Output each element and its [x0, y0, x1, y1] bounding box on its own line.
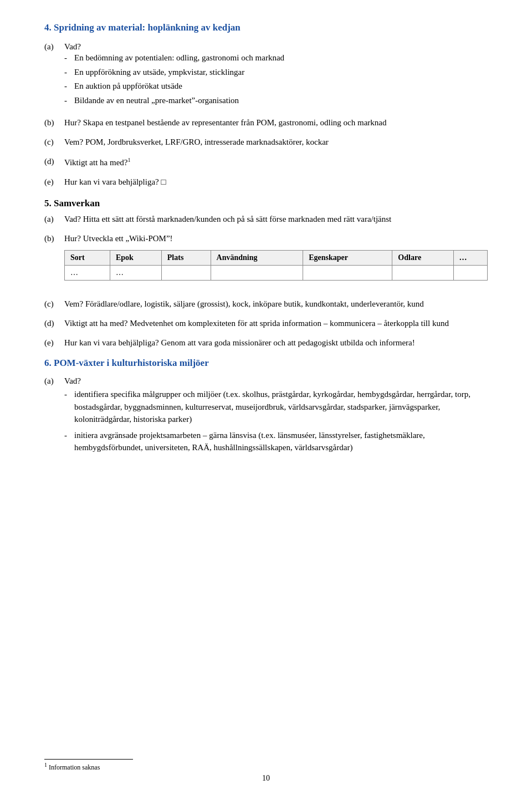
table-header-anvandning: Användning [211, 251, 303, 266]
table-row: … … [65, 266, 488, 281]
label-5e: (e) [44, 338, 64, 348]
footnote-content: Information saknas [49, 763, 100, 771]
section-5a: (a) Vad? Hitta ett sätt att förstå markn… [44, 215, 488, 224]
section-5b: (b) Hur? Utveckla ett „Wiki-POM”! Sort E… [44, 234, 488, 289]
content-5a: Vad? Hitta ett sätt att förstå marknaden… [64, 215, 488, 224]
heading-6: 6. POM-växter i kulturhistoriska miljöer [44, 358, 488, 369]
question-5b: Hur? [64, 234, 81, 243]
label-5d: (d) [44, 319, 64, 328]
section-4b: (b) Hur? Skapa en testpanel bestående av… [44, 118, 488, 128]
section-6a: (a) Vad? identifiera specifika målgruppe… [44, 376, 488, 456]
table-header-epok: Epok [110, 251, 161, 266]
section-4a: (a) Vad? En bedömning av potentialen: od… [44, 42, 488, 108]
heading-5: 5. Samverkan [44, 198, 488, 209]
content-4c: Vem? POM, Jordbruksverket, LRF/GRO, intr… [64, 137, 488, 147]
wiki-table: Sort Epok Plats Användning Egenskaper Od… [64, 250, 488, 281]
question-5a: Vad? [64, 215, 81, 223]
question-4c: Vem? [64, 137, 83, 146]
text-4c: POM, Jordbruksverket, LRF/GRO, intresser… [85, 137, 329, 146]
table-cell [303, 266, 392, 281]
section-5d: (d) Viktigt att ha med? Medvetenhet om k… [44, 319, 488, 328]
content-4b: Hur? Skapa en testpanel bestående av rep… [64, 118, 488, 128]
bullets-4a: En bedömning av potentialen: odling, gas… [64, 52, 488, 106]
label-4c: (c) [44, 137, 64, 147]
label-5a: (a) [44, 215, 64, 224]
section-5c: (c) Vem? Förädlare/odlare, logistik, säl… [44, 299, 488, 309]
table-cell: … [65, 266, 110, 281]
label-4d: (d) [44, 157, 64, 166]
question-5e: Hur kan vi vara behjälpliga? [64, 338, 159, 347]
content-4d: Viktigt att ha med?1 [64, 157, 488, 167]
content-5c: Vem? Förädlare/odlare, logistik, säljare… [64, 299, 488, 309]
question-4a: Vad? [64, 42, 81, 51]
page: 4. Spridning av material: hoplänkning av… [0, 0, 532, 805]
superscript-4d: 1 [128, 157, 131, 163]
text-5a: Hitta ett sätt att förstå marknaden/kund… [83, 215, 391, 223]
table-header-odlare: Odlare [392, 251, 453, 266]
list-item: Bildande av en neutral „pre-market”-orga… [64, 94, 488, 107]
table-cell [453, 266, 488, 281]
list-item: En uppförökning av utsäde, ympkvistar, s… [64, 66, 488, 79]
list-item: identifiera specifika målgrupper och mil… [64, 388, 488, 426]
table-header-egenskaper: Egenskaper [303, 251, 392, 266]
section-5e: (e) Hur kan vi vara behjälpliga? Genom a… [44, 338, 488, 348]
footnote-area: 1 Information saknas [44, 726, 133, 772]
label-4e: (e) [44, 177, 64, 187]
text-5e: Genom att vara goda missionärer och att … [161, 338, 415, 347]
question-4d: Viktigt att ha med? [64, 158, 128, 167]
label-4b: (b) [44, 118, 64, 128]
label-6a: (a) [44, 376, 64, 386]
symbol-4e: □ [161, 177, 166, 186]
content-5d: Viktigt att ha med? Medvetenhet om kompl… [64, 319, 488, 328]
section-4c: (c) Vem? POM, Jordbruksverket, LRF/GRO, … [44, 137, 488, 147]
section-4d: (d) Viktigt att ha med?1 [44, 157, 488, 167]
table-header-plats: Plats [161, 251, 211, 266]
content-6a: Vad? identifiera specifika målgrupper oc… [64, 376, 488, 456]
section-4e: (e) Hur kan vi vara behjälpliga? □ [44, 177, 488, 187]
content-4e: Hur kan vi vara behjälpliga? □ [64, 177, 488, 187]
footnote-line [44, 759, 133, 760]
footnote-text: 1 Information saknas [44, 762, 133, 772]
table-header-ellipsis: … [453, 251, 488, 266]
question-4b: Hur? [64, 118, 81, 127]
page-number: 10 [0, 774, 532, 783]
list-item: initiera avgränsade projektsamarbeten – … [64, 429, 488, 454]
label-5c: (c) [44, 299, 64, 309]
text-5d: Medvetenhet om komplexiteten för att spr… [130, 319, 449, 328]
content-4a: Vad? En bedömning av potentialen: odling… [64, 42, 488, 108]
table-cell [392, 266, 453, 281]
content-5b: Hur? Utveckla ett „Wiki-POM”! Sort Epok … [64, 234, 488, 289]
text-5b: Utveckla ett „Wiki-POM”! [83, 234, 173, 243]
table-cell: … [110, 266, 161, 281]
table-cell [161, 266, 211, 281]
table-header-sort: Sort [65, 251, 110, 266]
bullets-6a: identifiera specifika målgrupper och mil… [64, 388, 488, 454]
heading-4: 4. Spridning av material: hoplänkning av… [44, 22, 488, 33]
text-4b: Skapa en testpanel bestående av represen… [83, 118, 387, 127]
question-5c: Vem? [64, 299, 83, 308]
question-4e: Hur kan vi vara behjälpliga? [64, 177, 159, 186]
table-cell [211, 266, 303, 281]
label-5b: (b) [44, 234, 64, 243]
list-item: En bedömning av potentialen: odling, gas… [64, 52, 488, 64]
list-item: En auktion på uppförökat utsäde [64, 80, 488, 93]
footnote-number: 1 [44, 762, 47, 768]
text-5c: Förädlare/odlare, logistik, säljare (gro… [85, 299, 424, 308]
table-header-row: Sort Epok Plats Användning Egenskaper Od… [65, 251, 488, 266]
question-5d: Viktigt att ha med? [64, 319, 128, 328]
content-5e: Hur kan vi vara behjälpliga? Genom att v… [64, 338, 488, 348]
question-6a: Vad? [64, 376, 81, 385]
label-4a: (a) [44, 42, 64, 52]
